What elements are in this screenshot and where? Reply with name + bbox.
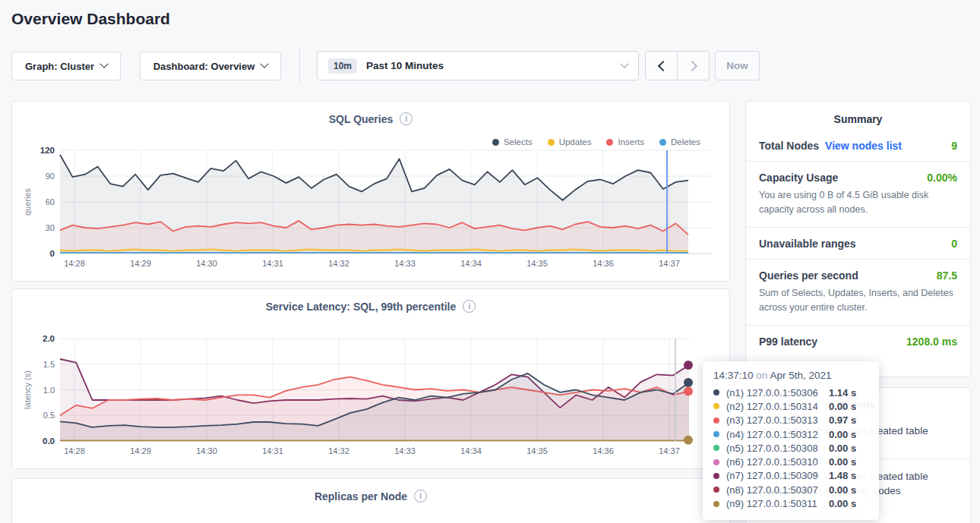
- tooltip-node-value: 1.14 s: [829, 387, 868, 399]
- summary-row: Unavailable ranges0: [746, 228, 970, 260]
- node-color-dot-icon: [713, 459, 719, 465]
- chevron-down-icon: [100, 60, 108, 68]
- tooltip-node-value: 1.48 s: [829, 470, 868, 481]
- legend-label: Selects: [504, 137, 533, 147]
- legend-label: Updates: [559, 137, 592, 147]
- svg-text:14:35: 14:35: [526, 259, 548, 268]
- svg-text:14:36: 14:36: [593, 446, 614, 455]
- legend-dot-icon: [492, 139, 499, 146]
- tooltip-node-row: (n3) 127.0.0.1:503130.97 s: [713, 414, 868, 427]
- svg-text:0: 0: [50, 249, 55, 258]
- time-range-picker[interactable]: 10m Past 10 Minutes: [317, 51, 639, 80]
- tooltip-node-address: (n6) 127.0.0.1:50310: [726, 456, 829, 468]
- svg-text:14:33: 14:33: [394, 259, 416, 268]
- summary-title: Summary: [746, 102, 970, 130]
- summary-row-value: 0: [951, 238, 957, 250]
- svg-text:14:34: 14:34: [460, 446, 482, 455]
- chart-hover-tooltip: 14:37:10 on Apr 5th, 2021 (n1) 127.0.0.1…: [703, 361, 879, 520]
- svg-text:14:33: 14:33: [394, 446, 416, 455]
- replicas-per-node-chart-card: Replicas per Node i: [11, 478, 730, 523]
- summary-row-value: 87.5: [937, 269, 957, 282]
- legend-label: Deletes: [671, 137, 700, 147]
- tooltip-node-row: (n2) 127.0.0.1:503140.00 s: [713, 399, 868, 413]
- summary-row-subtext: You are using 0 B of 4.5 GiB usable disk…: [759, 188, 957, 218]
- svg-text:14:31: 14:31: [262, 446, 283, 455]
- svg-text:14:30: 14:30: [196, 446, 217, 455]
- tooltip-node-address: (n1) 127.0.0.1:50306: [726, 387, 829, 399]
- tooltip-timestamp: 14:37:10 on Apr 5th, 2021: [713, 370, 868, 381]
- svg-text:30: 30: [46, 223, 55, 232]
- svg-text:14:37: 14:37: [659, 259, 680, 268]
- tooltip-node-value: 0.00 s: [829, 456, 868, 468]
- info-icon[interactable]: i: [400, 112, 413, 125]
- svg-text:14:34: 14:34: [460, 259, 482, 268]
- replicas-per-node-chart-title: Replicas per Node: [315, 490, 407, 503]
- overview-dashboard-page: Overview Dashboard Graph: Cluster Dashbo…: [0, 0, 980, 523]
- toolbar-divider: [299, 49, 300, 82]
- now-button[interactable]: Now: [715, 51, 760, 80]
- next-time-button[interactable]: [677, 52, 709, 80]
- tooltip-node-row: (n1) 127.0.0.1:503061.14 s: [713, 386, 868, 399]
- sql-queries-chart-card: 030609012014:2814:2914:3014:3114:3214:33…: [11, 101, 730, 282]
- info-icon[interactable]: i: [414, 490, 427, 503]
- node-color-dot-icon: [713, 445, 719, 451]
- legend-item-deletes[interactable]: Deletes: [659, 137, 700, 147]
- svg-text:120: 120: [40, 146, 55, 155]
- tooltip-node-row: (n4) 127.0.0.1:503120.00 s: [713, 427, 868, 441]
- node-color-dot-icon: [713, 473, 719, 479]
- legend-item-selects[interactable]: Selects: [492, 137, 533, 147]
- svg-text:1.5: 1.5: [43, 360, 55, 369]
- svg-text:2.0: 2.0: [43, 334, 55, 343]
- summary-row: Total NodesView nodes list9: [746, 130, 970, 162]
- tooltip-node-row: (n5) 127.0.0.1:503080.00 s: [713, 441, 868, 455]
- summary-row: Capacity Usage0.00%You are using 0 B of …: [746, 162, 970, 228]
- tooltip-node-address: (n4) 127.0.0.1:50312: [726, 429, 829, 440]
- sql-queries-chart-title: SQL Queries: [329, 113, 394, 125]
- dashboard-dropdown[interactable]: Dashboard: Overview: [140, 52, 281, 80]
- service-latency-chart-title: Service Latency: SQL, 99th percentile: [266, 301, 457, 313]
- summary-row-label: Queries per second: [759, 269, 858, 282]
- sql-queries-plot[interactable]: 030609012014:2814:2914:3014:3114:3214:33…: [12, 102, 729, 281]
- svg-text:14:32: 14:32: [328, 446, 349, 455]
- dashboard-dropdown-label: Dashboard: Overview: [153, 61, 255, 72]
- time-nav-button-group: [645, 51, 710, 80]
- chevron-down-icon: [261, 60, 269, 68]
- prev-time-button[interactable]: [646, 52, 677, 80]
- summary-row: P99 latency1208.0 ms: [746, 326, 970, 357]
- info-icon[interactable]: i: [463, 300, 476, 313]
- svg-text:14:29: 14:29: [130, 259, 151, 268]
- service-latency-plot[interactable]: 0.00.51.01.52.014:2814:2914:3014:3114:32…: [12, 289, 729, 468]
- legend-item-inserts[interactable]: Inserts: [606, 137, 644, 147]
- svg-text:14:28: 14:28: [64, 446, 85, 455]
- tooltip-node-address: (n9) 127.0.0.1:50311: [726, 498, 829, 509]
- tooltip-node-address: (n8) 127.0.0.1:50307: [726, 484, 829, 496]
- tooltip-node-value: 0.97 s: [829, 414, 868, 426]
- tooltip-node-address: (n2) 127.0.0.1:50314: [726, 401, 829, 412]
- tooltip-node-address: (n3) 127.0.0.1:50313: [726, 414, 829, 426]
- svg-text:1.0: 1.0: [43, 386, 55, 395]
- y-axis-label: latency (s): [23, 370, 32, 409]
- svg-text:0.0: 0.0: [43, 436, 55, 446]
- tooltip-node-value: 0.00 s: [829, 429, 868, 440]
- summary-row-label: P99 latency: [759, 336, 817, 348]
- svg-text:14:31: 14:31: [262, 259, 283, 268]
- summary-row: Queries per second87.5Sum of Selects, Up…: [746, 260, 970, 326]
- tooltip-node-value: 0.00 s: [829, 498, 868, 509]
- tooltip-node-row: (n7) 127.0.0.1:503091.48 s: [713, 469, 868, 483]
- legend-label: Inserts: [618, 137, 644, 147]
- view-nodes-list-link[interactable]: View nodes list: [825, 140, 902, 152]
- summary-row-value: 9: [951, 140, 957, 152]
- legend-dot-icon: [548, 139, 555, 146]
- tooltip-node-value: 0.00 s: [829, 443, 868, 454]
- summary-row-label: Capacity Usage: [759, 172, 838, 184]
- legend-item-updates[interactable]: Updates: [548, 137, 592, 147]
- node-color-dot-icon: [713, 389, 719, 395]
- summary-panel: Summary Total NodesView nodes list9Capac…: [745, 101, 971, 377]
- summary-row-value: 0.00%: [927, 172, 957, 184]
- svg-text:14:37: 14:37: [659, 446, 680, 455]
- tooltip-node-value: 0.00 s: [829, 401, 868, 412]
- graph-dropdown[interactable]: Graph: Cluster: [11, 52, 121, 80]
- svg-text:14:35: 14:35: [526, 446, 548, 455]
- summary-row-label: Unavailable ranges: [759, 238, 856, 250]
- page-title: Overview Dashboard: [11, 10, 170, 28]
